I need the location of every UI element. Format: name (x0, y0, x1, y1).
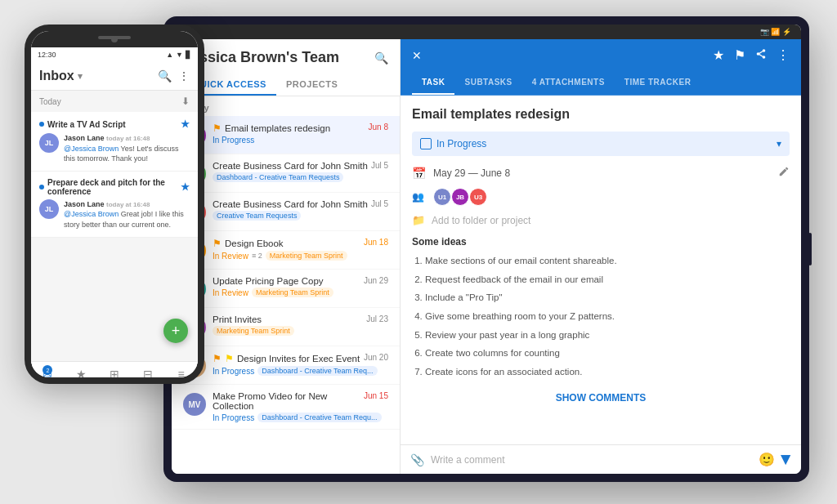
tablet-screen: 📷 📶 ⚡ Jessica Brown's Team 🔍 Quick Acces… (172, 25, 801, 474)
task-item-date: Jul 5 (371, 161, 388, 170)
task-item-top: ⚑ Email templates redesign Jun 8 (213, 123, 388, 134)
show-comments-button[interactable]: SHOW COMMENTS (412, 382, 790, 413)
priority-icon: ⚑ (213, 238, 222, 249)
message-row: JL Jason Lane today at 16:48 @Jessica Br… (39, 199, 190, 230)
list-item: Include a "Pro Tip" (425, 289, 790, 306)
more-icon[interactable]: ⋮ (178, 69, 190, 83)
task-item-top: Create Business Card for John Smith Jul … (213, 199, 388, 209)
tab-time-tracker[interactable]: Time Tracker (615, 71, 701, 95)
wifi-icon: ▲ (166, 51, 173, 59)
inbox-item-title: Prepare deck and pitch for the conferenc… (39, 178, 190, 196)
phone-date-section: Today ⬇ (31, 91, 198, 112)
nav-item-browse[interactable]: ⊟ Browse (131, 362, 164, 384)
table-row[interactable]: MV Make Promo Video for New Collection J… (172, 385, 400, 430)
tablet-content: Jessica Brown's Team 🔍 Quick Access Proj… (172, 39, 801, 474)
task-detail-panel: ✕ ★ ⚑ ⋮ Task Subtasks 4 Attachmen (401, 39, 801, 474)
mywork-icon: ⊞ (110, 368, 119, 381)
task-item-top: ⚑ Design Ebook Jun 18 (213, 238, 388, 249)
task-status-row[interactable]: In Progress ▾ (412, 132, 790, 156)
tab-attachments[interactable]: 4 Attachments (522, 71, 615, 95)
inbox-title-text: Inbox (39, 69, 74, 83)
table-row[interactable]: PI Print Invites Jul 23 Marketing Team S… (172, 308, 400, 346)
phone-device: 12:30 ▲ ▼ ▊ Inbox ▾ 🔍 ⋮ Today ⬇ (25, 25, 204, 384)
task-item-status: Dashboard - Creative Team Requests (213, 172, 388, 182)
task-item-status: Creative Team Requests (213, 211, 388, 221)
avatar: JL (39, 199, 59, 219)
tag-badge: Marketing Team Sprint (252, 288, 333, 297)
close-icon[interactable]: ✕ (412, 49, 422, 62)
table-row[interactable]: DI ⚑ ⚑ Design Invites for Exec Event Jun… (172, 346, 400, 385)
task-item-name: Create Business Card for John Smith (213, 161, 368, 171)
task-item-top: Make Promo Video for New Collection Jun … (213, 391, 388, 411)
tab-task[interactable]: Task (412, 71, 454, 95)
phone-notch (31, 31, 198, 47)
comment-input[interactable]: Write a comment (431, 454, 752, 466)
send-icon[interactable]: ▶ (779, 455, 794, 465)
folder-text: Add to folder or project (432, 215, 530, 226)
flag-icon[interactable]: ⚑ (734, 47, 745, 63)
search-icon[interactable]: 🔍 (158, 69, 172, 83)
phone-time: 12:30 (38, 51, 56, 59)
nav-item-inbox[interactable]: 2 ✉ Inbox (31, 362, 65, 384)
nav-item-mywork[interactable]: ⊞ My Work (98, 362, 132, 384)
star-icon[interactable]: ★ (713, 47, 724, 63)
more-nav-icon: ≡ (178, 368, 185, 381)
phone-inbox-title: Inbox ▾ (39, 69, 83, 83)
list-item: Review your past year in a long graphic (425, 327, 790, 344)
list-item[interactable]: Prepare deck and pitch for the conferenc… (31, 172, 198, 238)
phone-status-icons: ▲ ▼ ▊ (166, 51, 191, 59)
task-item-top: Print Invites Jul 23 (213, 314, 388, 324)
task-detail-title: Email templates redesign (412, 107, 790, 122)
avatar: U1 (433, 188, 451, 206)
table-row[interactable]: JS Create Business Card for John Smith J… (172, 193, 400, 231)
battery-icon: ▊ (186, 51, 191, 59)
list-item: Give some breathing room to your Z patte… (425, 308, 790, 325)
tab-projects[interactable]: Projects (276, 74, 347, 96)
task-detail-header: ✕ ★ ⚑ ⋮ (401, 39, 801, 71)
task-list-title-row: Jessica Brown's Team 🔍 (183, 49, 388, 66)
task-date-range: May 29 — June 8 (433, 167, 510, 179)
task-item-name: Create Business Card for John Smith (213, 199, 368, 209)
task-status-text: In Progress (436, 138, 772, 149)
star-icon: ★ (181, 181, 190, 193)
list-item: Request feedback of the email in our ema… (425, 271, 790, 288)
status-label: In Review (213, 288, 248, 297)
priority-icon: ⚑ (213, 123, 222, 134)
attachment-icon[interactable]: 📎 (410, 453, 424, 466)
task-item-name: ⚑ Email templates redesign (213, 123, 330, 134)
table-row[interactable]: JS Create Business Card for John Smith J… (172, 154, 400, 193)
task-item-date: Jun 8 (369, 123, 388, 132)
inbox-item-title: Write a TV Ad Script ★ (39, 118, 190, 130)
tablet-status-icons: 📷 📶 ⚡ (760, 28, 791, 36)
nav-inbox-label: Inbox (41, 382, 55, 384)
message-content: Jason Lane today at 16:48 @Jessica Brown… (64, 199, 190, 230)
task-item-name: Make Promo Video for New Collection (213, 391, 360, 411)
tablet-device: 📷 📶 ⚡ Jessica Brown's Team 🔍 Quick Acces… (163, 16, 809, 482)
task-folder-row[interactable]: 📁 Add to folder or project (412, 214, 790, 226)
share-icon[interactable] (755, 48, 767, 62)
task-avatars: U1 JB U3 (433, 188, 487, 206)
emoji-icon[interactable]: 🙂 (759, 452, 775, 467)
more-icon[interactable]: ⋮ (777, 47, 790, 63)
list-item[interactable]: Write a TV Ad Script ★ JL Jason Lane tod… (31, 112, 198, 172)
task-list-tabs: Quick Access Projects (183, 74, 388, 96)
task-item-top: ⚑ ⚑ Design Invites for Exec Event Jun 20 (213, 353, 388, 364)
folder-icon: 📁 (412, 214, 425, 226)
task-detail-body: Email templates redesign In Progress ▾ 📅… (401, 96, 801, 444)
priority-icon: ⚑ (213, 353, 222, 364)
date-edit-icon[interactable] (778, 166, 790, 180)
task-item-body: Print Invites Jul 23 Marketing Team Spri… (213, 314, 388, 336)
table-row[interactable]: DE ⚑ Design Ebook Jun 18 In Review (172, 231, 400, 270)
tab-subtasks[interactable]: Subtasks (454, 71, 521, 95)
task-item-body: ⚑ Email templates redesign Jun 8 In Prog… (213, 123, 388, 145)
task-item-date: Jun 15 (364, 391, 388, 400)
search-icon[interactable]: 🔍 (374, 51, 388, 65)
fab-button[interactable]: + (163, 319, 188, 343)
nav-item-starred[interactable]: ★ Starred (65, 362, 98, 384)
star-nav-icon: ★ (76, 368, 87, 381)
avatar: U3 (469, 188, 487, 206)
table-row[interactable]: JB ⚑ Email templates redesign Jun 8 In P (172, 116, 400, 154)
table-row[interactable]: UP Update Pricing Page Copy Jun 29 In Re… (172, 270, 400, 308)
task-checkbox[interactable] (420, 138, 432, 149)
task-item-date: Jul 5 (371, 199, 388, 208)
